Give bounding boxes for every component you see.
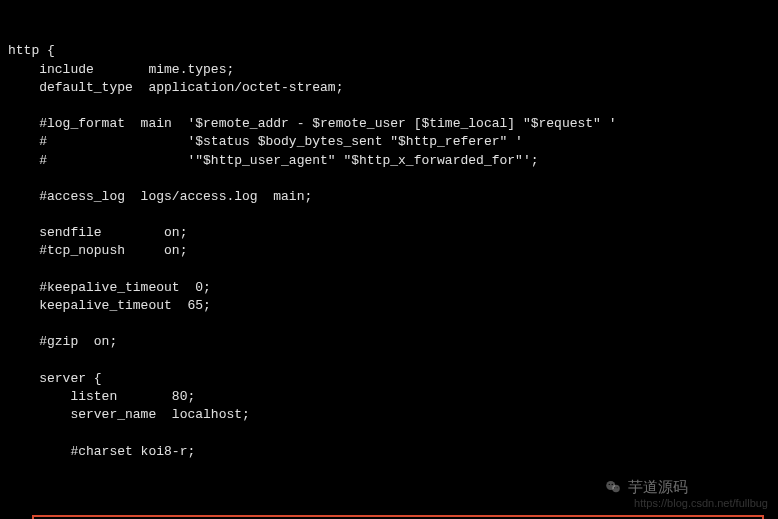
code-line: http { [0,42,778,60]
code-line: #charset koi8-r; [0,443,778,461]
code-line: #log_format main '$remote_addr - $remote… [0,115,778,133]
code-line [0,206,778,224]
code-line: # '$status $body_bytes_sent "$http_refer… [0,133,778,151]
code-line [0,170,778,188]
watermark-brand: 芋道源码 [604,476,688,497]
watermark-brand-text: 芋道源码 [628,476,688,497]
code-line [0,261,778,279]
code-line: default_type application/octet-stream; [0,79,778,97]
code-line: #tcp_nopush on; [0,242,778,260]
code-line: #keepalive_timeout 0; [0,279,778,297]
code-line: listen 80; [0,388,778,406]
svg-point-1 [612,484,620,492]
watermark-url: https://blog.csdn.net/fullbug [634,496,768,511]
wechat-icon [604,478,622,496]
svg-point-4 [614,487,615,488]
code-line: server { [0,370,778,388]
svg-point-3 [612,483,613,484]
svg-point-2 [609,483,610,484]
code-line [0,352,778,370]
code-line [0,424,778,442]
svg-point-5 [617,487,618,488]
code-line: server_name localhost; [0,406,778,424]
code-line: #gzip on; [0,333,778,351]
highlight-box: #access_log logs/host.access.log main; a… [32,515,764,519]
code-lines-before: http { include mime.types; default_type … [0,42,778,479]
code-line: keepalive_timeout 65; [0,297,778,315]
code-block: http { include mime.types; default_type … [0,0,778,519]
code-line [0,315,778,333]
code-line: # '"$http_user_agent" "$http_x_forwarded… [0,152,778,170]
code-line: sendfile on; [0,224,778,242]
code-line: include mime.types; [0,61,778,79]
code-line: #access_log logs/access.log main; [0,188,778,206]
code-line [0,97,778,115]
